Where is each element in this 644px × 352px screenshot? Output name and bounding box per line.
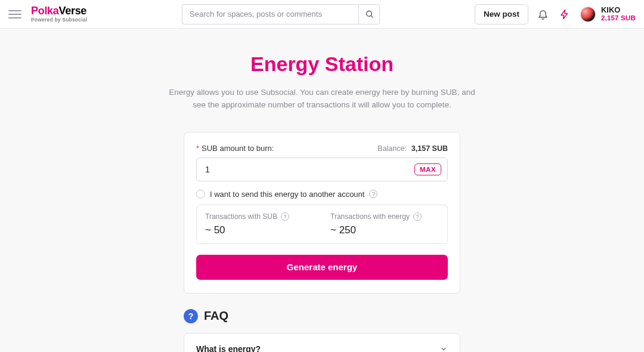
page-description: Energy allows you to use Subsocial. You … xyxy=(169,87,475,112)
search-button[interactable] xyxy=(358,4,380,24)
avatar xyxy=(580,6,596,23)
faq-question-row[interactable]: What is energy? xyxy=(196,344,448,352)
user-menu[interactable]: KIKO 2,157 SUB xyxy=(580,6,636,23)
logo-subtext: Powered by Subsocial xyxy=(31,17,87,23)
faq-title: FAQ xyxy=(204,309,228,323)
faq-item: What is energy? Energy can be used to pe… xyxy=(184,333,460,352)
new-post-button[interactable]: New post xyxy=(475,4,528,24)
energy-card: *SUB amount to burn: Balance: 3,157 SUB … xyxy=(184,132,460,294)
svg-line-1 xyxy=(371,16,373,17)
logo-text-right: Verse xyxy=(59,5,87,16)
help-icon[interactable]: ? xyxy=(413,212,422,221)
stat-sub: Transactions with SUB ? ~ 50 xyxy=(197,205,322,243)
search-icon xyxy=(365,10,374,18)
page-title: Energy Station xyxy=(250,53,394,76)
stat-energy-value: ~ 250 xyxy=(330,224,439,236)
app-header: PolkaVerse Powered by Subsocial New post xyxy=(0,0,644,29)
new-post-label: New post xyxy=(484,10,519,18)
search-box xyxy=(182,4,380,24)
logo[interactable]: PolkaVerse Powered by Subsocial xyxy=(31,5,87,23)
energy-button[interactable] xyxy=(558,8,571,21)
radio-icon[interactable] xyxy=(196,190,205,199)
stat-energy: Transactions with energy ? ~ 250 xyxy=(322,205,447,243)
help-icon[interactable]: ? xyxy=(281,212,289,221)
send-other-row[interactable]: I want to send this energy to another ac… xyxy=(196,190,448,199)
question-icon: ? xyxy=(184,309,198,323)
user-name: KIKO xyxy=(601,6,636,14)
amount-label: *SUB amount to burn: xyxy=(196,144,274,153)
search-input[interactable] xyxy=(182,4,358,24)
max-button[interactable]: MAX xyxy=(414,163,441,175)
chevron-down-icon xyxy=(439,345,448,352)
user-balance: 2,157 SUB xyxy=(601,14,636,22)
help-icon[interactable]: ? xyxy=(369,190,377,198)
amount-input[interactable] xyxy=(204,164,414,175)
faq-question: What is energy? xyxy=(196,344,261,352)
lightning-icon xyxy=(559,9,570,20)
notifications-button[interactable] xyxy=(537,8,550,21)
send-other-label: I want to send this energy to another ac… xyxy=(210,190,364,199)
main-content: Energy Station Energy allows you to use … xyxy=(0,29,644,352)
balance-display: Balance: 3,157 SUB xyxy=(377,143,448,153)
stats-box: Transactions with SUB ? ~ 50 Transaction… xyxy=(196,205,448,244)
stat-sub-value: ~ 50 xyxy=(205,224,314,236)
logo-text-left: Polka xyxy=(31,5,59,16)
generate-button[interactable]: Generate energy xyxy=(196,255,448,280)
hamburger-icon[interactable] xyxy=(8,8,21,21)
bell-icon xyxy=(537,8,549,20)
faq-heading: ? FAQ xyxy=(184,309,460,323)
amount-input-row: MAX xyxy=(196,158,448,181)
